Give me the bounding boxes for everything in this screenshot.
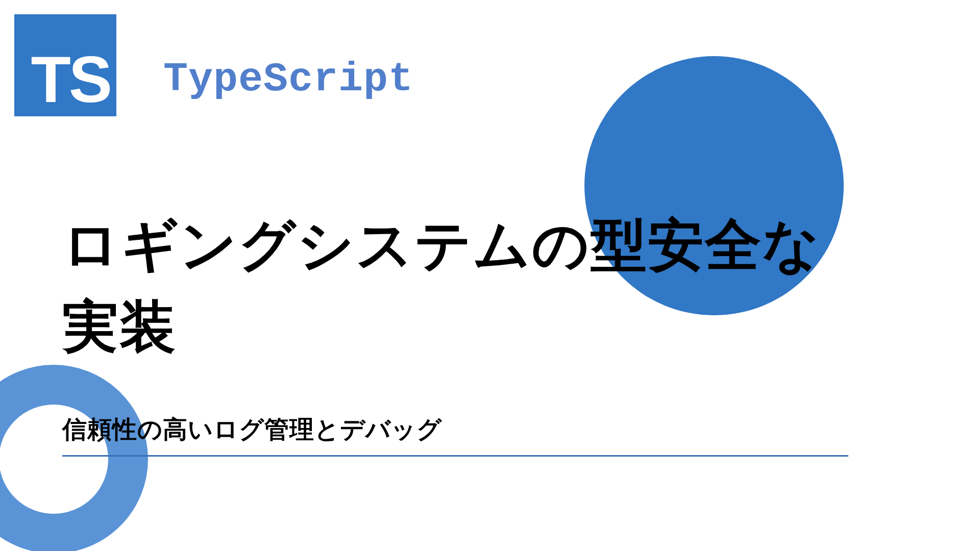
logo-text: TS (31, 47, 110, 112)
divider-line (62, 455, 848, 457)
decorative-ring (0, 365, 148, 551)
slide: TS TypeScript ロギングシステムの型安全な実装 信頼性の高いログ管理… (0, 0, 980, 551)
brand-label: TypeScript (163, 56, 413, 103)
slide-subtitle: 信頼性の高いログ管理とデバッグ (62, 413, 838, 446)
typescript-logo: TS (14, 14, 116, 116)
slide-title: ロギングシステムの型安全な実装 (62, 204, 838, 367)
